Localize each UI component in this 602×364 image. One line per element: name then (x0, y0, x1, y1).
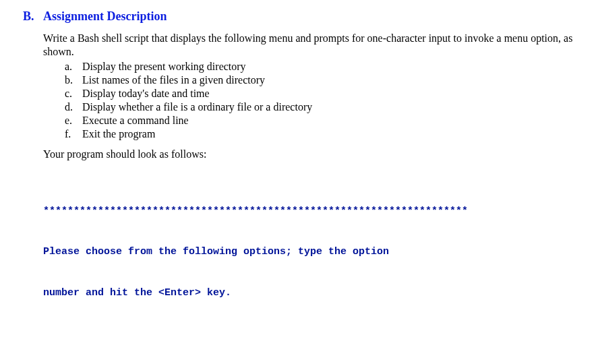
list-marker: c. (65, 87, 82, 100)
list-marker: d. (65, 100, 82, 114)
list-text: Display whether a file is a ordinary fil… (82, 100, 312, 114)
terminal-instruction-line: number and hit the <Enter> key. (43, 286, 579, 300)
list-item: d. Display whether a file is a ordinary … (65, 100, 579, 114)
list-marker: e. (65, 114, 82, 127)
terminal-blank-line (43, 328, 579, 337)
heading-title: Assignment Description (43, 9, 167, 24)
document-page: B. Assignment Description Write a Bash s… (0, 0, 602, 364)
list-item: c. Display today's date and time (65, 87, 579, 100)
list-marker: f. (65, 127, 82, 141)
list-item: b. List names of the files in a given di… (65, 73, 579, 87)
list-text: Display the present working directory (82, 60, 246, 73)
list-text: Exit the program (82, 127, 155, 141)
list-marker: b. (65, 73, 82, 87)
list-item: a. Display the present working directory (65, 60, 579, 73)
list-marker: a. (65, 60, 82, 73)
requirements-list: a. Display the present working directory… (65, 60, 579, 141)
list-text: List names of the files in a given direc… (82, 73, 265, 87)
list-item: e. Execute a command line (65, 114, 579, 127)
follow-paragraph: Your program should look as follows: (43, 148, 579, 161)
terminal-instruction-line: Please choose from the following options… (43, 245, 579, 259)
list-text: Execute a command line (82, 114, 189, 127)
intro-paragraph: Write a Bash shell script that displays … (43, 32, 579, 59)
section-heading: B. Assignment Description (23, 9, 579, 24)
list-text: Display today's date and time (82, 87, 210, 100)
terminal-rule-top: ****************************************… (43, 205, 579, 218)
terminal-output: ****************************************… (43, 177, 579, 364)
heading-marker: B. (23, 9, 43, 24)
list-item: f. Exit the program (65, 127, 579, 141)
